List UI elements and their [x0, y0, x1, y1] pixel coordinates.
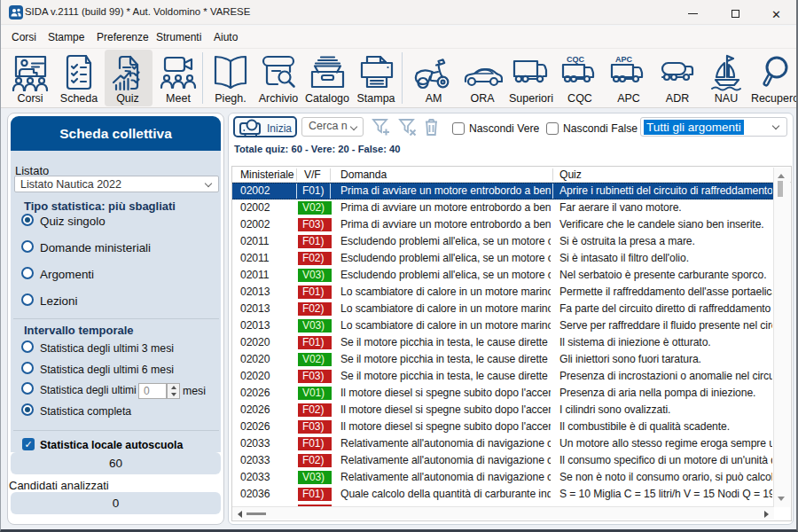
- svg-text:APC: APC: [615, 55, 633, 64]
- svg-text:CQC: CQC: [567, 55, 585, 64]
